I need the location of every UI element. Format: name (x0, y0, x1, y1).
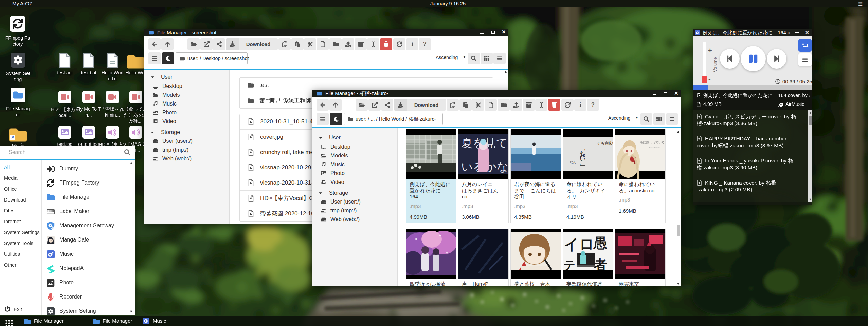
svg-text:イロ: イロ (564, 236, 594, 252)
svg-text:そも意味なんです: そも意味なんです (597, 141, 613, 145)
svg-text:なん: なん (570, 160, 576, 164)
svg-text:命に嫌われている。: 命に嫌われている。 (640, 141, 665, 144)
svg-text:- Acoustic co: - Acoustic co (648, 146, 661, 149)
svg-text:者: 者 (593, 257, 607, 272)
svg-text:愚: 愚 (593, 235, 607, 250)
svg-text:テ: テ (564, 258, 576, 271)
